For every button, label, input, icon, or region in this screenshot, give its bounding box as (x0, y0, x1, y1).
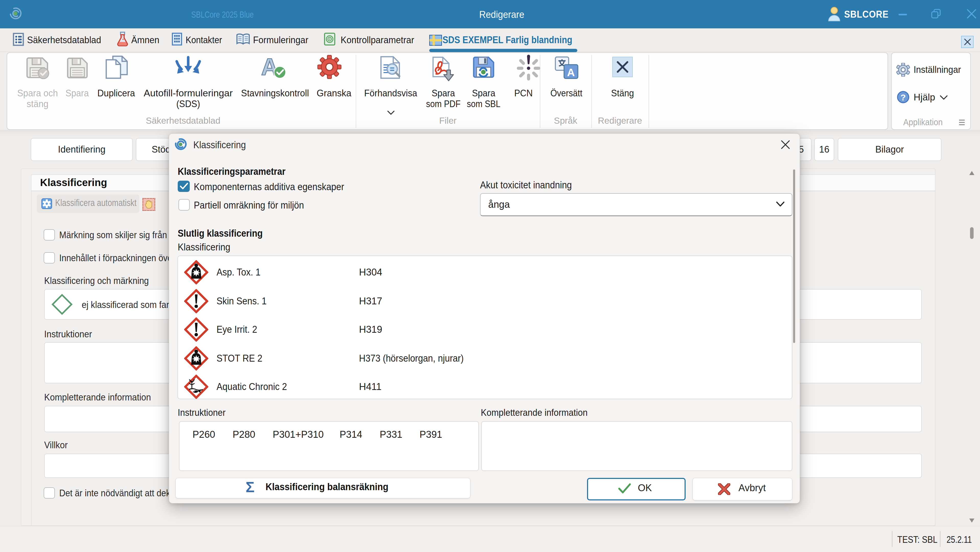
svg-text:?: ? (900, 93, 906, 102)
svg-text:A: A (567, 67, 575, 78)
